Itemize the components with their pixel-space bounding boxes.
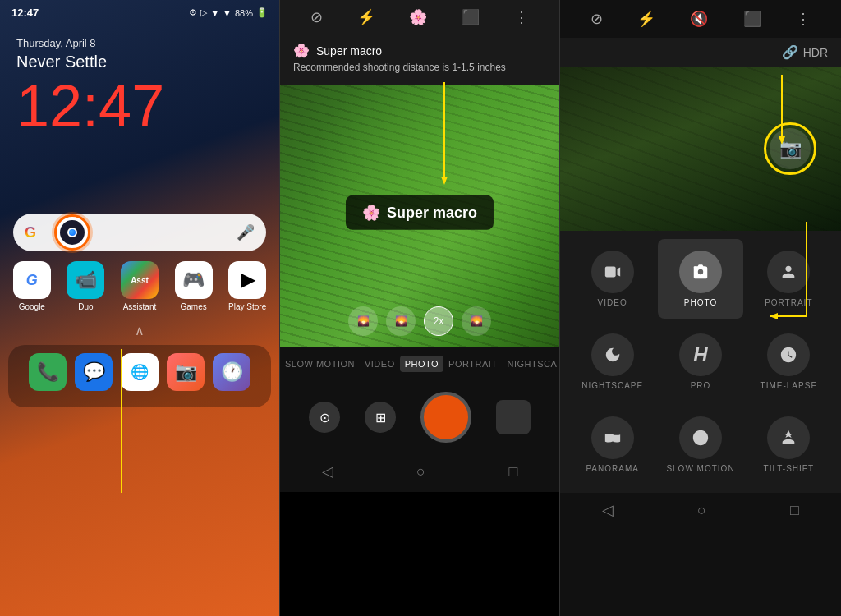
app-assistant[interactable]: Asst Assistant — [116, 261, 163, 311]
capture-circle[interactable]: 📷 — [764, 122, 816, 175]
app-games-label: Games — [180, 302, 206, 311]
swipe-up-indicator: ∧ — [0, 323, 279, 338]
wide-zoom-btn[interactable]: 🌄 — [348, 306, 378, 336]
p3-top-bar: ⊘ ⚡ 🔇 ⬛ ⋮ — [560, 0, 841, 38]
portrait-mode-label: PORTRAIT — [765, 298, 812, 307]
shutter-button[interactable] — [420, 392, 471, 443]
slowmotion-mode-label: SLOW MOTION — [666, 464, 734, 473]
hdr-label[interactable]: HDR — [803, 46, 828, 59]
back-btn[interactable]: ◁ — [322, 462, 333, 480]
mode-slowmotion[interactable]: SLOW MOTION — [280, 356, 360, 372]
battery-label: 88% — [235, 8, 253, 18]
camera-viewfinder: 🌸 Super macro 🌄 🌄 2x 🌄 — [280, 85, 559, 347]
status-icons: ⚙ ▷ ▼ ▼ 88% 🔋 — [189, 7, 268, 18]
aspect-ratio-icon[interactable]: ⬛ — [462, 8, 480, 26]
hdr-row: 🔗 HDR — [560, 38, 841, 67]
mode-grid: VIDEO PHOTO PORTRAIT NIGHTSCAPE H PRO — [560, 231, 841, 493]
nav-bar-p3: ◁ ○ □ — [560, 493, 841, 531]
macro-tooltip: 🌸 Super macro Recommended shooting dista… — [280, 34, 559, 85]
thumbnail-button[interactable] — [496, 400, 531, 434]
camera-bottom-controls: ⊙ ⊞ — [280, 380, 559, 454]
status-bar: 12:47 ⚙ ▷ ▼ ▼ 88% 🔋 — [0, 0, 279, 22]
photo-mode-label: PHOTO — [684, 298, 717, 307]
2x-zoom-btn[interactable]: 2x — [424, 306, 453, 336]
dock-phone[interactable]: 📞 — [29, 353, 67, 391]
pro-mode-label: PRO — [691, 381, 711, 390]
lock-tagline: Never Settle — [16, 53, 263, 71]
settings-icon: ⚙ — [189, 7, 197, 18]
mode-portrait[interactable]: PORTRAIT — [443, 356, 502, 372]
video-mode-label: VIDEO — [598, 298, 627, 307]
flash-icon[interactable]: ⚡ — [357, 8, 375, 26]
p3-timer-icon[interactable]: ⊘ — [591, 10, 603, 28]
lock-date: Thursday, April 8 — [16, 37, 263, 49]
p3-home-btn[interactable]: ○ — [697, 502, 706, 519]
macro-icon-top[interactable]: 🌸 — [409, 8, 427, 26]
normal-zoom-btn[interactable]: 🌄 — [386, 306, 416, 336]
app-assistant-label: Assistant — [123, 302, 157, 311]
mode-cell-slowmotion[interactable]: SLOW MOTION — [658, 405, 742, 485]
playstore-icon: ▶ — [228, 261, 266, 299]
lock-clock: 12:47 — [16, 76, 263, 136]
games-icon: 🎮 — [175, 261, 213, 299]
mode-photo-active[interactable]: PHOTO — [400, 356, 443, 372]
app-google[interactable]: G Google — [8, 261, 56, 311]
macro-title-row: 🌸 Super macro — [293, 43, 382, 58]
recents-btn[interactable]: □ — [508, 463, 517, 480]
panorama-mode-icon — [591, 416, 634, 459]
battery-icon: 🔋 — [256, 7, 268, 18]
camera-modes-panel: ⊘ ⚡ 🔇 ⬛ ⋮ 🔗 HDR 📷 VIDEO — [560, 0, 841, 616]
portrait-mode-icon — [767, 251, 810, 293]
tiltshift-mode-label: TILT-SHIFT — [764, 464, 814, 473]
tele-zoom-btn[interactable]: 🌄 — [462, 306, 491, 336]
camera-app-widget[interactable] — [54, 214, 90, 251]
search-bar[interactable]: G 🎤 — [13, 214, 266, 251]
google-icon: G — [13, 261, 51, 299]
timelapse-mode-label: TIME-LAPSE — [761, 381, 817, 390]
grid-btn[interactable]: ⊞ — [365, 402, 396, 433]
nav-bar-p2: ◁ ○ □ — [280, 454, 559, 492]
p3-macro-icon[interactable]: 🔇 — [690, 10, 708, 28]
mode-video[interactable]: VIDEO — [360, 356, 400, 372]
status-time: 12:47 — [11, 7, 39, 19]
mode-cell-video[interactable]: VIDEO — [570, 239, 655, 319]
clock-icon: 🕐 — [213, 353, 250, 391]
app-games[interactable]: 🎮 Games — [170, 261, 218, 311]
more-options-icon[interactable]: ⋮ — [514, 8, 529, 26]
p3-recents-btn[interactable]: □ — [790, 502, 799, 519]
mode-cell-panorama[interactable]: PANORAMA — [570, 405, 655, 485]
selfie-btn[interactable]: ⊙ — [309, 402, 340, 433]
timer-off-icon[interactable]: ⊘ — [310, 8, 323, 26]
dock-camera[interactable]: 📷 — [167, 353, 205, 391]
app-duo[interactable]: 📹 Duo — [62, 261, 110, 311]
timelapse-mode-icon — [767, 333, 810, 376]
home-screen-panel: 12:47 ⚙ ▷ ▼ ▼ 88% 🔋 Thursday, April 8 Ne… — [0, 0, 279, 616]
svg-rect-5 — [604, 267, 615, 278]
mic-icon[interactable]: 🎤 — [237, 223, 255, 241]
dock-messages[interactable]: 💬 — [75, 353, 113, 391]
camera-inner-circle — [60, 220, 85, 245]
p3-flash-icon[interactable]: ⚡ — [637, 10, 655, 28]
home-btn[interactable]: ○ — [416, 463, 425, 480]
p3-aspect-icon[interactable]: ⬛ — [743, 10, 761, 28]
mode-cell-timelapse[interactable]: TIME-LAPSE — [747, 322, 831, 402]
dock-chrome[interactable]: 🌐 — [121, 353, 159, 391]
macro-icon-label: 🌸 — [293, 43, 310, 58]
mode-cell-tiltshift[interactable]: TILT-SHIFT — [747, 405, 831, 485]
p3-more-icon[interactable]: ⋮ — [796, 10, 811, 28]
mode-cell-portrait[interactable]: PORTRAIT — [747, 239, 831, 319]
lock-screen-content: Thursday, April 8 Never Settle 12:47 — [0, 22, 279, 152]
video-mode-icon — [591, 251, 634, 293]
wifi-icon: ▼ — [210, 8, 219, 18]
dock-clock[interactable]: 🕐 — [213, 353, 250, 391]
mode-nightscape[interactable]: NIGHTSCA — [503, 356, 559, 372]
app-grid: G Google 📹 Duo Asst Assistant 🎮 Games ▶ … — [0, 261, 279, 311]
app-playstore[interactable]: ▶ Play Store — [223, 261, 271, 311]
mode-cell-pro[interactable]: H PRO — [658, 322, 742, 402]
capture-camera-icon: 📷 — [779, 138, 802, 159]
mode-cell-nightscape[interactable]: NIGHTSCAPE — [570, 322, 655, 402]
google-logo: G — [25, 224, 36, 241]
mode-cell-photo[interactable]: PHOTO — [658, 239, 742, 319]
home-area: G 🎤 G Google 📹 Duo Asst Assistant — [0, 214, 279, 616]
p3-back-btn[interactable]: ◁ — [602, 501, 614, 519]
